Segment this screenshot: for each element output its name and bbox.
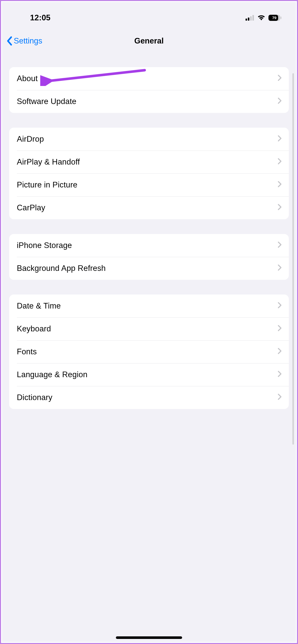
row-date-time[interactable]: Date & Time [9,295,289,317]
svg-rect-1 [248,18,249,21]
row-label: AirPlay & Handoff [17,157,278,167]
row-label: CarPlay [17,203,278,212]
screen: 12:05 [2,2,296,642]
svg-rect-6 [280,17,281,19]
scroll-indicator[interactable] [292,73,294,445]
content: About Software Update AirDrop [2,67,296,409]
chevron-right-icon [278,241,282,250]
svg-rect-3 [252,15,254,21]
row-label: Picture in Picture [17,180,278,189]
status-icons: 79 [246,15,283,21]
row-airplay-handoff[interactable]: AirPlay & Handoff [9,151,289,173]
row-label: Software Update [17,97,278,106]
chevron-right-icon [278,135,282,144]
chevron-right-icon [278,370,282,379]
row-label: Language & Region [17,370,278,379]
row-keyboard[interactable]: Keyboard [9,317,289,340]
chevron-right-icon [278,347,282,356]
row-software-update[interactable]: Software Update [9,90,289,113]
row-fonts[interactable]: Fonts [9,340,289,363]
chevron-right-icon [278,97,282,106]
svg-rect-0 [246,19,247,21]
row-label: Background App Refresh [17,264,278,273]
back-button[interactable]: Settings [2,36,42,46]
chevron-right-icon [278,393,282,402]
page-title: General [2,36,296,46]
status-time: 12:05 [30,13,50,22]
cellular-icon [246,15,254,21]
row-carplay[interactable]: CarPlay [9,196,289,219]
row-label: Date & Time [17,301,278,311]
chevron-right-icon [278,264,282,273]
group-1: AirDrop AirPlay & Handoff Picture in Pic… [9,128,289,219]
group-3: Date & Time Keyboard Fonts [9,295,289,409]
row-label: Fonts [17,347,278,356]
row-label: AirDrop [17,135,278,144]
row-dictionary[interactable]: Dictionary [9,386,289,409]
row-about[interactable]: About [9,67,289,90]
home-indicator [116,636,182,639]
chevron-right-icon [278,157,282,167]
status-bar: 12:05 [2,2,296,30]
row-background-app-refresh[interactable]: Background App Refresh [9,257,289,280]
row-label: About [17,74,278,83]
battery-icon: 79 [268,15,282,21]
nav-bar: Settings General [2,30,296,52]
chevron-left-icon [7,36,12,46]
chevron-right-icon [278,74,282,83]
chevron-right-icon [278,203,282,212]
chevron-right-icon [278,324,282,333]
chevron-right-icon [278,180,282,189]
back-label: Settings [14,36,42,46]
row-label: Dictionary [17,393,278,402]
screenshot-frame: 12:05 [0,0,298,644]
row-label: Keyboard [17,324,278,333]
wifi-icon [257,15,265,21]
row-language-region[interactable]: Language & Region [9,363,289,386]
row-label: iPhone Storage [17,241,278,250]
row-iphone-storage[interactable]: iPhone Storage [9,234,289,257]
group-0: About Software Update [9,67,289,113]
group-2: iPhone Storage Background App Refresh [9,234,289,280]
row-picture-in-picture[interactable]: Picture in Picture [9,173,289,196]
battery-percent: 79 [268,15,280,21]
row-airdrop[interactable]: AirDrop [9,128,289,151]
svg-rect-2 [250,16,252,21]
chevron-right-icon [278,301,282,311]
